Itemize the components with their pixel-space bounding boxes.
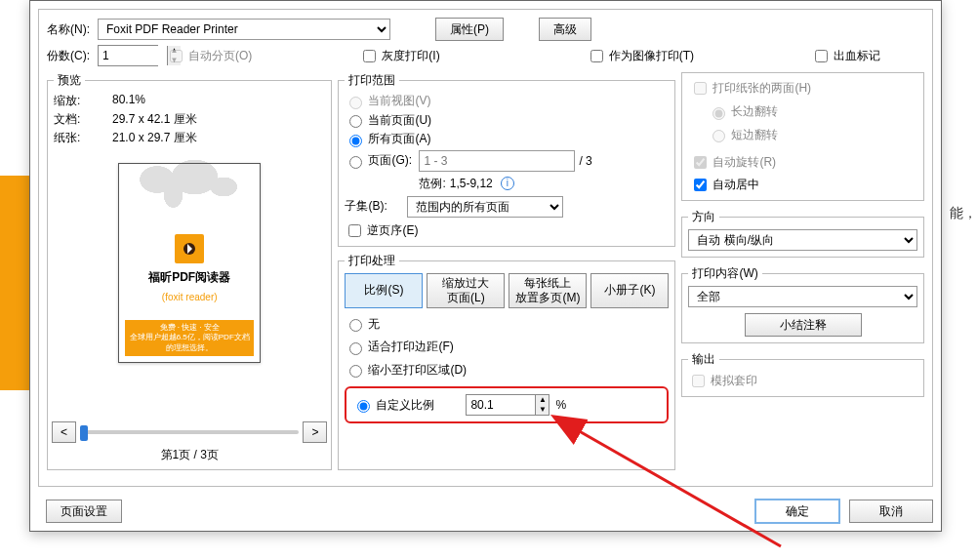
- output-panel: 输出 模拟套印: [681, 351, 924, 397]
- print-range-panel: 打印范围 当前视图(V) 当前页面(U) 所有页面(A) 页面(G): / 3 …: [338, 72, 675, 247]
- foxit-logo-icon: [175, 234, 204, 263]
- thumb-title: 福昕PDF阅读器: [148, 269, 230, 286]
- info-icon[interactable]: i: [501, 177, 514, 190]
- properties-button[interactable]: 属性(P): [435, 18, 504, 41]
- simulate-overprint-checkbox[interactable]: 模拟套印: [688, 372, 757, 390]
- printer-name-label: 名称(N):: [47, 21, 90, 38]
- preview-slider-thumb[interactable]: [80, 425, 88, 441]
- preview-thumbnail: 福昕PDF阅读器 (foxit reader) 免费 · 快速 · 安全 全球用…: [118, 163, 261, 363]
- orientation-panel: 方向 自动 横向/纵向: [681, 209, 924, 258]
- thumb-footer-line2: 全球用户超越6.5亿，阅读PDF文档的理想选择。: [127, 333, 252, 353]
- custom-scale-unit: %: [555, 398, 566, 412]
- zoom-value: 80.1%: [112, 93, 325, 109]
- copies-input[interactable]: [99, 46, 167, 65]
- handling-legend: 打印处理: [345, 253, 399, 269]
- scale-none[interactable]: 无: [345, 316, 380, 333]
- page-setup-button[interactable]: 页面设置: [46, 500, 122, 523]
- auto-collate-checkbox: 自动分页(O): [166, 47, 252, 65]
- tab-booklet[interactable]: 小册子(K): [590, 273, 669, 308]
- print-dialog: 名称(N): Foxit PDF Reader Printer 属性(P) 高级…: [29, 0, 942, 532]
- scale-up[interactable]: ▲: [535, 395, 549, 405]
- thumb-subtitle: (foxit reader): [162, 292, 218, 302]
- scale-fit[interactable]: 适合打印边距(F): [345, 339, 453, 355]
- auto-rotate-checkbox[interactable]: 自动旋转(R): [690, 153, 776, 172]
- summarize-comments-button[interactable]: 小结注释: [745, 313, 862, 337]
- scale-custom-radio[interactable]: 自定义比例: [352, 397, 434, 414]
- orientation-legend: 方向: [688, 209, 719, 225]
- paper-size-value: 21.0 x 29.7 厘米: [112, 130, 325, 146]
- range-example-label: 范例:: [419, 176, 445, 192]
- duplex-panel: 打印纸张的两面(H) 长边翻转 短边翻转 自动旋转(R) 自动居中: [681, 72, 924, 201]
- orientation-select[interactable]: 自动 横向/纵向: [688, 229, 917, 251]
- output-legend: 输出: [688, 351, 719, 368]
- range-all-pages[interactable]: 所有页面(A): [345, 131, 430, 147]
- scale-shrink[interactable]: 缩小至打印区域(D): [345, 362, 467, 379]
- printer-select[interactable]: Foxit PDF Reader Printer: [98, 19, 390, 40]
- preview-prev-button[interactable]: <: [52, 421, 76, 443]
- content-select[interactable]: 全部: [688, 286, 917, 307]
- short-edge-radio: 短边翻转: [708, 127, 778, 143]
- preview-panel: 预览 缩放: 80.1% 文档: 29.7 x 42.1 厘米 纸张: 21.0…: [47, 72, 332, 470]
- thumb-footer-line1: 免费 · 快速 · 安全: [127, 323, 252, 333]
- preview-legend: 预览: [54, 72, 85, 89]
- long-edge-radio: 长边翻转: [708, 103, 778, 120]
- preview-page-status: 第1页 / 3页: [161, 447, 219, 463]
- custom-scale-input[interactable]: [467, 395, 535, 415]
- tab-multiple[interactable]: 每张纸上 放置多页(M): [509, 273, 587, 308]
- advanced-button[interactable]: 高级: [539, 18, 591, 41]
- subset-select[interactable]: 范围内的所有页面: [407, 196, 563, 218]
- range-total: / 3: [579, 154, 591, 168]
- tab-scale[interactable]: 比例(S): [345, 273, 423, 308]
- content-legend: 打印内容(W): [688, 265, 761, 282]
- doc-size-value: 29.7 x 42.1 厘米: [112, 111, 325, 128]
- print-range-legend: 打印范围: [345, 72, 399, 89]
- world-map-graphic: [136, 160, 243, 209]
- custom-scale-highlight: 自定义比例 ▲ ▼ %: [345, 386, 669, 423]
- print-handling-panel: 打印处理 比例(S) 缩放过大 页面(L) 每张纸上 放置多页(M) 小册子(K…: [338, 253, 675, 471]
- copies-label: 份数(C):: [47, 48, 90, 64]
- ok-button[interactable]: 确定: [755, 500, 839, 523]
- bleed-marks-checkbox[interactable]: 出血标记: [811, 47, 880, 65]
- doc-size-label: 文档:: [54, 111, 112, 128]
- cancel-button[interactable]: 取消: [849, 500, 933, 523]
- subset-label: 子集(B):: [345, 198, 403, 215]
- range-current-view[interactable]: 当前视图(V): [345, 93, 430, 109]
- range-pages-input[interactable]: [419, 150, 575, 172]
- range-pages-radio[interactable]: 页面(G):: [345, 152, 415, 169]
- print-content-panel: 打印内容(W) 全部 小结注释: [681, 265, 924, 343]
- zoom-label: 缩放:: [54, 93, 112, 109]
- reverse-order-checkbox[interactable]: 逆页序(E): [345, 221, 418, 240]
- preview-slider[interactable]: [80, 430, 299, 434]
- background-text: 能，: [950, 205, 977, 222]
- range-current-page[interactable]: 当前页面(U): [345, 112, 431, 129]
- scale-down[interactable]: ▼: [535, 405, 549, 415]
- range-example-value: 1,5-9,12: [450, 177, 493, 190]
- tab-poster[interactable]: 缩放过大 页面(L): [427, 273, 505, 308]
- auto-center-checkbox[interactable]: 自动居中: [690, 176, 759, 194]
- preview-next-button[interactable]: >: [303, 421, 327, 443]
- print-as-image-checkbox[interactable]: 作为图像打印(T): [587, 47, 694, 65]
- both-sides-checkbox[interactable]: 打印纸张的两面(H): [690, 79, 811, 98]
- paper-size-label: 纸张:: [54, 130, 112, 146]
- grayscale-checkbox[interactable]: 灰度打印(I): [359, 47, 439, 65]
